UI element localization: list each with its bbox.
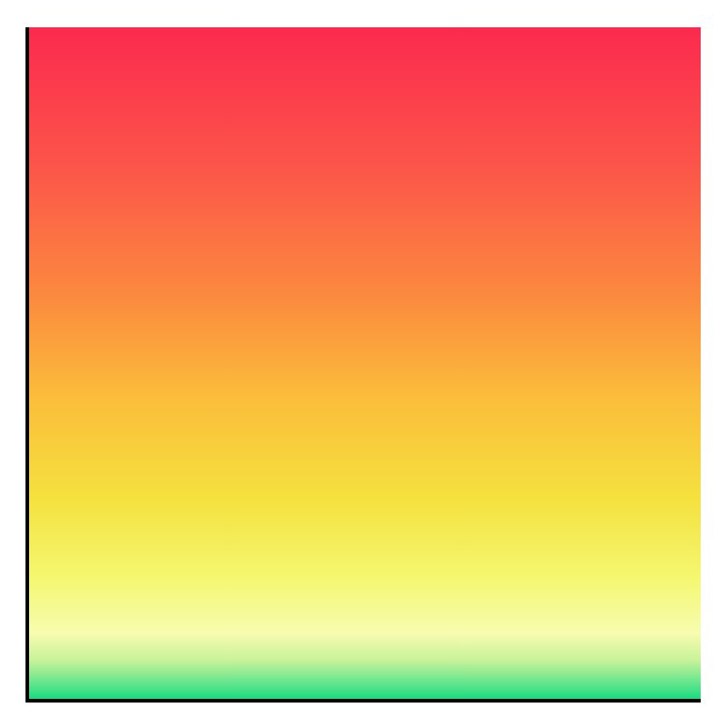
chart-container bbox=[0, 0, 728, 728]
plot-background bbox=[27, 27, 701, 701]
chart-svg bbox=[0, 0, 728, 728]
